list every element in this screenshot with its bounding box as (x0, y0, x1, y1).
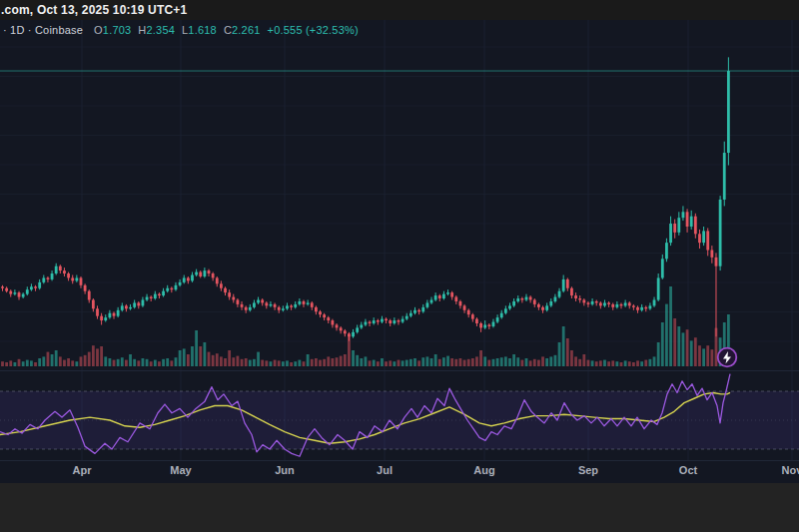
time-axis[interactable]: AprMayJunJulAugSepOctNov (0, 460, 799, 483)
main-chart[interactable] (0, 0, 799, 532)
legend-symbol: · 1D · Coinbase (3, 24, 83, 36)
legend-high-label: H (138, 24, 146, 36)
legend-high-value: 2.354 (147, 24, 176, 36)
ohlc-legend: · 1D · CoinbaseO1.703H2.354L1.618C2.261+… (3, 24, 359, 36)
month-label: Jun (275, 464, 295, 476)
month-label: Aug (473, 464, 494, 476)
rsi-band (0, 391, 799, 449)
legend-change: +0.555 (+32.53%) (268, 24, 359, 36)
legend-low-value: 1.618 (188, 24, 217, 36)
month-label: Oct (679, 464, 697, 476)
volume-series (1, 286, 730, 366)
month-label: May (170, 464, 191, 476)
legend-open-value: 1.703 (103, 24, 132, 36)
legend-close-label: C (224, 24, 232, 36)
title-bar: .com, Oct 13, 2025 10:19 UTC+1 (0, 0, 799, 20)
month-label: Jul (377, 464, 393, 476)
lightning-boost-button[interactable] (716, 346, 738, 368)
legend-open-label: O (94, 24, 103, 36)
month-label: Nov (782, 464, 799, 476)
candlestick-series (1, 57, 730, 340)
month-label: Apr (73, 464, 92, 476)
legend-close-value: 2.261 (232, 24, 261, 36)
lightning-icon (716, 346, 738, 368)
month-label: Sep (578, 464, 598, 476)
window-title: .com, Oct 13, 2025 10:19 UTC+1 (1, 3, 187, 17)
bottom-filler (0, 483, 799, 532)
